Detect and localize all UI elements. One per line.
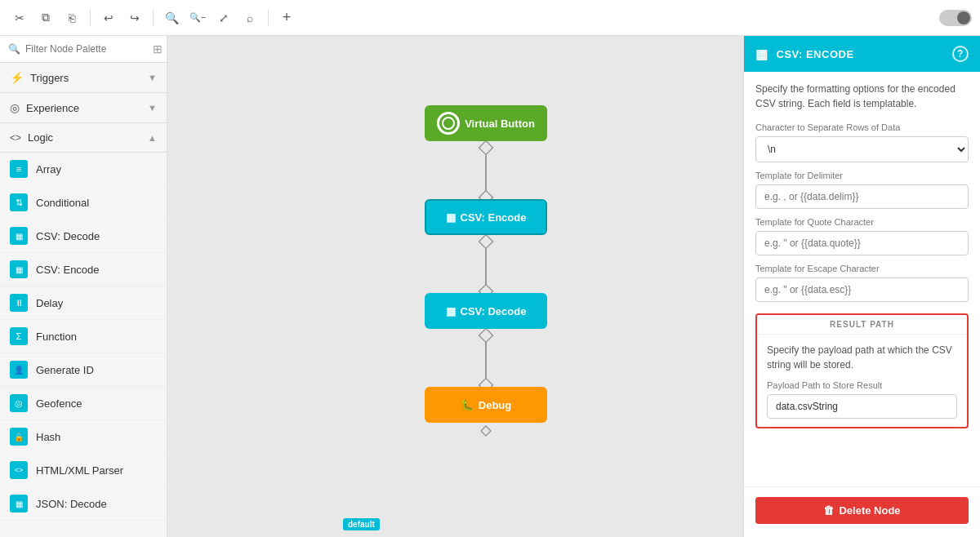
- search-input[interactable]: [25, 43, 148, 55]
- sidebar-item-csv-encode[interactable]: ▦ CSV: Encode: [0, 253, 167, 286]
- experience-header[interactable]: ◎ Experience ▼: [0, 93, 167, 122]
- hash-icon: 🔒: [10, 428, 28, 446]
- node-csv-decode[interactable]: ▦ CSV: Decode: [425, 293, 547, 329]
- virtual-button-icon: [437, 112, 460, 135]
- debug-node-icon: 🐛: [461, 399, 474, 411]
- geofence-icon: ◎: [10, 394, 28, 412]
- panel-title: CSV: ENCODE: [777, 48, 854, 60]
- triggers-icon: ⚡: [10, 71, 24, 84]
- sidebar-item-json-decode[interactable]: ▦ JSON: Decode: [0, 487, 167, 521]
- quote-char-input[interactable]: [755, 231, 969, 255]
- hash-label: Hash: [36, 431, 60, 443]
- array-icon: ≡: [10, 160, 28, 178]
- undo-button[interactable]: ↩: [97, 7, 120, 29]
- sidebar-item-geofence[interactable]: ◎ Geofence: [0, 387, 167, 420]
- redo-button[interactable]: ↪: [123, 7, 146, 29]
- triggers-chevron: ▼: [148, 73, 157, 82]
- help-button[interactable]: ?: [952, 46, 969, 62]
- experience-section: ◎ Experience ▼: [0, 93, 167, 123]
- result-path-description: Specify the payload path at which the CS…: [767, 343, 957, 372]
- divider-2: [153, 10, 154, 26]
- panel-header-icon: ▦: [755, 47, 768, 62]
- experience-label: Experience: [26, 102, 79, 114]
- function-icon: Σ: [10, 327, 28, 345]
- right-panel-header: ▦ CSV: ENCODE ?: [744, 36, 980, 72]
- copy-button[interactable]: ⧉: [34, 7, 57, 29]
- divider-1: [90, 10, 91, 26]
- delete-node-button[interactable]: 🗑 Delete Node: [755, 497, 969, 524]
- logic-icon: <>: [10, 132, 21, 144]
- json-decode-icon: ▦: [10, 495, 28, 513]
- geofence-label: Geofence: [36, 397, 82, 410]
- logic-header[interactable]: <> Logic ▲: [0, 123, 167, 152]
- virtual-button-label: Virtual Button: [465, 118, 535, 130]
- node-virtual-button[interactable]: Virtual Button: [425, 105, 547, 141]
- right-panel-footer: 🗑 Delete Node: [744, 486, 980, 537]
- delimiter-input[interactable]: [755, 184, 969, 209]
- logic-section: <> Logic ▲: [0, 123, 167, 153]
- svg-rect-3: [479, 141, 493, 155]
- experience-chevron: ▼: [148, 103, 157, 113]
- fit-button[interactable]: ⤢: [212, 7, 235, 29]
- sidebar-item-csv-decode[interactable]: ▦ CSV: Decode: [0, 220, 167, 253]
- sidebar-item-delay[interactable]: ⏸ Delay: [0, 286, 167, 320]
- paste-button[interactable]: ⎗: [60, 7, 83, 29]
- result-path-title: RESULT PATH: [757, 315, 967, 335]
- sidebar-item-array[interactable]: ≡ Array: [0, 153, 167, 186]
- zoom-out-button[interactable]: 🔍−: [186, 7, 209, 29]
- escape-char-input[interactable]: [755, 277, 969, 302]
- result-path-body: Specify the payload path at which the CS…: [757, 335, 967, 427]
- cut-button[interactable]: ✂: [8, 7, 31, 29]
- node-csv-encode[interactable]: ▦ CSV: Encode: [425, 199, 547, 235]
- logic-label: Logic: [28, 131, 53, 144]
- sidebar-item-function[interactable]: Σ Function: [0, 320, 167, 353]
- generate-id-label: Generate ID: [36, 364, 94, 376]
- debug-node-label: Debug: [479, 399, 511, 411]
- sidebar-items-list: ≡ Array ⇅ Conditional ▦ CSV: Decode ▦ CS…: [0, 153, 167, 537]
- triggers-header[interactable]: ⚡ Triggers ▼: [0, 63, 167, 92]
- conditional-icon: ⇅: [10, 193, 28, 211]
- toggle-area: [939, 10, 972, 26]
- right-panel: ▦ CSV: ENCODE ? Specify the formatting o…: [743, 36, 980, 537]
- payload-path-input[interactable]: [767, 394, 957, 419]
- default-badge: default: [343, 518, 380, 530]
- result-path-section: RESULT PATH Specify the payload path at …: [755, 313, 969, 428]
- array-label: Array: [36, 163, 61, 175]
- csv-encode-icon: ▦: [10, 260, 28, 278]
- sidebar-item-generate-id[interactable]: 👤 Generate ID: [0, 353, 167, 387]
- csv-encode-label: CSV: Encode: [36, 264, 100, 276]
- payload-path-label: Payload Path to Store Result: [767, 380, 957, 390]
- delete-icon: 🗑: [823, 504, 834, 517]
- sidebar-item-conditional[interactable]: ⇅ Conditional: [0, 186, 167, 220]
- svg-rect-7: [479, 329, 493, 343]
- delete-label: Delete Node: [839, 504, 900, 517]
- row-separator-label: Character to Separate Rows of Data: [755, 122, 969, 132]
- zoom-in-button[interactable]: 🔍: [160, 7, 183, 29]
- csv-decode-icon: ▦: [10, 227, 28, 245]
- experience-icon: ◎: [10, 101, 20, 114]
- toggle-switch[interactable]: [939, 10, 972, 26]
- logic-chevron: ▲: [148, 133, 157, 143]
- html-xml-icon: <>: [10, 461, 28, 479]
- grid-icon[interactable]: ⊞: [153, 42, 163, 55]
- svg-marker-9: [481, 426, 491, 436]
- right-panel-body: Specify the formatting options for the e…: [744, 72, 980, 486]
- toolbar: ✂ ⧉ ⎗ ↩ ↪ 🔍 🔍− ⤢ ⌕ +: [0, 0, 980, 36]
- node-debug[interactable]: 🐛 Debug: [425, 387, 547, 423]
- row-separator-select[interactable]: \n \r\n \r: [755, 136, 969, 162]
- triggers-label: Triggers: [30, 72, 69, 84]
- csv-decode-node-icon: ▦: [446, 305, 456, 317]
- csv-decode-label: CSV: Decode: [36, 230, 100, 242]
- canvas[interactable]: Virtual Button ▦ CSV: Encode ▦ CSV: Deco…: [167, 36, 743, 537]
- search-canvas-button[interactable]: ⌕: [238, 7, 261, 29]
- conditional-label: Conditional: [36, 197, 89, 209]
- sidebar-item-hash[interactable]: 🔒 Hash: [0, 420, 167, 454]
- html-xml-label: HTML/XML Parser: [36, 464, 123, 477]
- sidebar: 🔍 ⊞ ⚡ Triggers ▼ ◎ Experience ▼ <> Logi: [0, 36, 167, 537]
- csv-decode-node-label: CSV: Decode: [461, 305, 527, 317]
- add-node-button[interactable]: +: [275, 7, 298, 29]
- csv-encode-node-label: CSV: Encode: [461, 211, 527, 224]
- sidebar-item-html-xml-parser[interactable]: <> HTML/XML Parser: [0, 454, 167, 487]
- triggers-section: ⚡ Triggers ▼: [0, 63, 167, 93]
- main-layout: 🔍 ⊞ ⚡ Triggers ▼ ◎ Experience ▼ <> Logi: [0, 36, 980, 537]
